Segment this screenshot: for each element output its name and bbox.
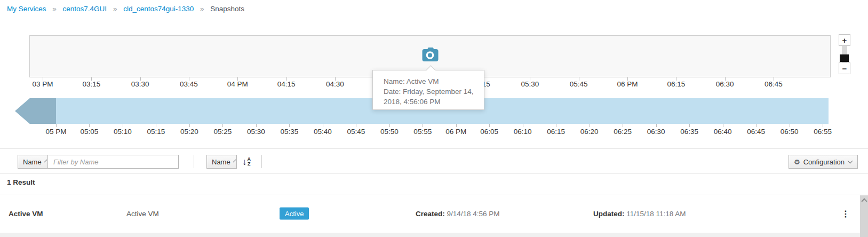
- bottom-axis-label: 05:20: [180, 128, 198, 136]
- bottom-axis-label: 06:15: [547, 128, 565, 136]
- bottom-axis-tick: [156, 124, 156, 127]
- bottom-axis-tick: [689, 124, 690, 127]
- bottom-axis-label: 05:15: [147, 128, 165, 136]
- bottom-axis-tick: [790, 124, 790, 127]
- bottom-axis-tick: [256, 124, 257, 127]
- bottom-axis-label: 05:55: [413, 128, 432, 136]
- bottom-axis-label: 06:40: [714, 128, 732, 136]
- bottom-axis-label: 06:10: [514, 128, 532, 136]
- bottom-axis-label: 06 PM: [445, 128, 466, 136]
- breadcrumb-separator: »: [52, 5, 57, 13]
- bottom-axis-tick: [656, 124, 657, 127]
- gear-icon: ⚙: [794, 158, 800, 166]
- top-axis-label: 05:45: [570, 80, 588, 88]
- breadcrumb-service[interactable]: centos7.4GUI: [63, 5, 107, 13]
- tooltip-name: Name: Active VM: [384, 76, 477, 86]
- bottom-axis-tick: [723, 124, 723, 127]
- snapshot-tooltip: Name: Active VM Date: Friday, September …: [372, 70, 484, 110]
- top-axis-label: 04 PM: [227, 80, 248, 88]
- chevron-down-icon: [44, 159, 47, 162]
- status-badge: Active: [280, 208, 309, 220]
- zoom-out-button[interactable]: −: [839, 62, 850, 74]
- bottom-axis-tick: [56, 124, 57, 127]
- top-axis-label: 03:30: [131, 80, 149, 88]
- toolbar-divider: [261, 155, 262, 168]
- top-axis-label: 04:15: [277, 80, 296, 88]
- chevron-down-icon: [848, 158, 853, 163]
- chevron-down-icon: [233, 159, 236, 162]
- snapshot-description: Active VM: [126, 210, 159, 218]
- bottom-axis-label: 05:40: [314, 128, 332, 136]
- scroll-up-icon: [861, 198, 867, 204]
- bottom-axis-label: 06:50: [781, 128, 799, 136]
- top-axis-label: 04:30: [326, 80, 344, 88]
- configuration-button[interactable]: ⚙ Configuration: [789, 155, 858, 169]
- table-row[interactable]: Active VM Active VM Active Created: 9/14…: [0, 194, 860, 233]
- bottom-axis-tick: [222, 124, 223, 127]
- filter-field-dropdown[interactable]: Name: [18, 155, 48, 169]
- bottom-axis-label: 05:45: [347, 128, 365, 136]
- sort-field-dropdown-label: Name: [212, 158, 230, 166]
- bottom-axis-tick: [456, 124, 457, 127]
- bottom-axis-tick: [523, 124, 523, 127]
- snapshot-updated: Updated: 11/15/18 11:18 AM: [593, 210, 686, 218]
- page-background-strip: [0, 233, 868, 237]
- bottom-axis-tick: [423, 124, 423, 127]
- top-axis-label: 03:15: [82, 80, 100, 88]
- toolbar-divider: [194, 155, 194, 168]
- bottom-axis-tick: [123, 124, 123, 127]
- breadcrumb: My Services » centos7.4GUI » cld_centos7…: [7, 5, 244, 13]
- filter-field-dropdown-label: Name: [23, 158, 42, 166]
- breadcrumb-my-services[interactable]: My Services: [7, 5, 46, 13]
- timeline-drag-handle[interactable]: [15, 98, 56, 124]
- sort-field-dropdown[interactable]: Name: [206, 155, 237, 169]
- bottom-axis-label: 05 PM: [45, 128, 66, 136]
- bottom-axis-tick: [356, 124, 356, 127]
- bottom-axis-label: 06:25: [614, 128, 632, 136]
- top-axis-label: 03 PM: [32, 80, 53, 88]
- results-divider: [0, 173, 868, 174]
- zoom-slider-handle[interactable]: [840, 54, 849, 62]
- configuration-button-label: Configuration: [803, 158, 845, 166]
- bottom-axis-tick: [323, 124, 323, 127]
- snapshots-page: My Services » centos7.4GUI » cld_centos7…: [0, 0, 868, 237]
- breadcrumb-vm[interactable]: cld_centos74gui-1330: [123, 5, 194, 13]
- bottom-axis-tick: [556, 124, 556, 127]
- bottom-axis-label: 06:20: [580, 128, 599, 136]
- breadcrumb-separator: »: [113, 5, 117, 13]
- bottom-axis-tick: [823, 124, 823, 127]
- bottom-axis-tick: [623, 124, 623, 127]
- bottom-axis-label: 06:45: [747, 128, 765, 136]
- top-axis-label: 06 PM: [617, 80, 638, 88]
- bottom-axis-label: 05:50: [380, 128, 399, 136]
- toolbar-top-divider: [0, 148, 868, 149]
- bottom-axis-tick: [389, 124, 390, 127]
- bottom-axis-tick: [189, 124, 190, 127]
- sort-direction-button[interactable]: ↓ A Z: [239, 155, 254, 168]
- kebab-menu-button[interactable]: ⋮: [840, 209, 851, 219]
- bottom-axis-tick: [289, 124, 290, 127]
- bottom-axis-label: 06:35: [680, 128, 698, 136]
- breadcrumb-separator: »: [200, 5, 204, 13]
- bottom-axis-label: 05:05: [81, 128, 99, 136]
- bottom-axis-tick: [89, 124, 90, 127]
- vertical-scrollbar[interactable]: [860, 195, 868, 237]
- top-axis-label: 03:45: [180, 80, 198, 88]
- snapshot-name: Active VM: [9, 210, 43, 218]
- top-axis-label: 06:45: [765, 80, 783, 88]
- tooltip-date: Date: Friday, September 14, 2018, 4:56:0…: [384, 86, 477, 107]
- sort-alpha-asc-icon: ↓: [242, 157, 247, 167]
- camera-icon[interactable]: [421, 46, 439, 62]
- sort-alpha-letters: A Z: [248, 157, 251, 167]
- bottom-axis-tick: [590, 124, 590, 127]
- filter-by-name-input[interactable]: [47, 155, 179, 169]
- bottom-axis-label: 05:35: [280, 128, 298, 136]
- snapshot-created: Created: 9/14/18 4:56 PM: [416, 210, 500, 218]
- bottom-axis-label: 06:55: [814, 128, 832, 136]
- top-axis-label: 05:30: [521, 80, 539, 88]
- bottom-axis-tick: [489, 124, 490, 127]
- bottom-axis-tick: [756, 124, 756, 127]
- bottom-axis-label: 05:25: [213, 128, 232, 136]
- zoom-in-button[interactable]: +: [839, 34, 850, 46]
- result-count: 1 Result: [7, 178, 35, 186]
